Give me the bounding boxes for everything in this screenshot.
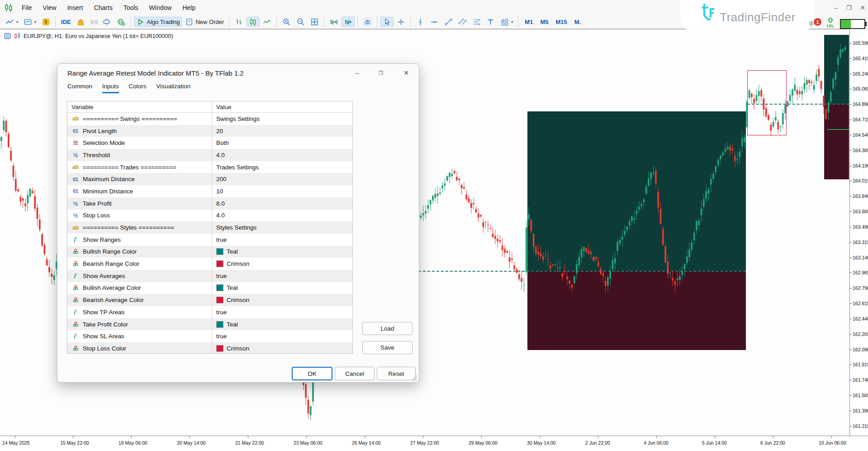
table-row[interactable]: ½Threshold4.0 [67,149,352,161]
tab-visualization[interactable]: Visualization [157,83,191,93]
market-bag-button[interactable] [74,17,87,27]
candles-chart-button[interactable] [247,17,260,27]
param-value[interactable]: 10 [216,188,223,195]
param-value[interactable]: 200 [216,176,227,182]
line-chart-button[interactable] [261,17,274,27]
ok-button[interactable]: OK [292,367,332,380]
timeframe-m-button[interactable]: M. [571,17,584,27]
table-row[interactable]: ab========== Styles ==========Styles Set… [67,221,352,234]
table-row[interactable]: ab========== Swings ==========Swings Set… [67,113,352,125]
window-restore-button[interactable]: ❐ [846,5,852,11]
table-row[interactable]: Show Averagestrue [67,270,352,282]
timeframe-m5-button[interactable]: M5 [537,17,551,27]
price-axis[interactable]: 165.590165.415165.240165.065164.890164.7… [849,29,868,436]
param-value[interactable]: Styles Settings [216,224,256,231]
signals-button[interactable]: ((o)) [88,17,100,27]
param-value[interactable]: Crimson [227,345,249,352]
equidistant-channel-button[interactable] [456,17,469,27]
cursor-arrow-button[interactable] [380,17,394,27]
table-row[interactable]: 01Minimum Distance10 [67,185,352,197]
table-row[interactable]: Show TP Areastrue [67,306,352,318]
shift-chart-left-button[interactable] [342,17,355,27]
param-value[interactable]: Teal [227,248,238,255]
table-row[interactable]: Bullish Range ColorTeal [67,246,352,258]
table-row[interactable]: ab========== Trades ==========Trades Set… [67,161,352,173]
param-value[interactable]: 4.0 [216,152,225,158]
table-row[interactable]: Bearish Range ColorCrimson [67,258,352,270]
table-row[interactable]: 01Maximum Distance200 [67,173,352,185]
new-order-button[interactable]: New Order [183,17,226,27]
menu-window[interactable]: Window [144,2,177,13]
load-button[interactable]: Load [362,322,413,335]
param-value[interactable]: Trades Settings [216,164,259,171]
menu-help[interactable]: Help [177,2,201,13]
tab-colors[interactable]: Colors [129,83,147,93]
ide-button[interactable]: IDE [59,17,73,27]
menu-tools[interactable]: Tools [118,2,144,13]
table-row[interactable]: 01Pivot Length20 [67,125,352,137]
chevron-down-icon[interactable]: ▾ [34,20,36,24]
notification-widget[interactable]: 1 [808,18,821,29]
vertical-line-button[interactable] [414,17,427,27]
dialog-close-button[interactable]: ✕ [399,67,413,78]
param-value[interactable]: 20 [216,128,223,134]
menu-view[interactable]: View [38,2,62,13]
vps-cloud-button[interactable] [100,17,114,27]
timeframe-m1-button[interactable]: M1 [522,17,536,27]
param-value[interactable]: true [216,236,227,243]
param-value[interactable]: 4.0 [216,212,225,219]
tab-inputs[interactable]: Inputs [102,83,119,93]
indicator-window-button[interactable]: ▾ [21,17,38,27]
timeframe-m15-button[interactable]: M15 [552,17,570,27]
table-row[interactable]: Take Profit ColorTeal [67,318,352,331]
param-value[interactable]: Swings Settings [216,115,260,122]
window-close-button[interactable]: ✕ [860,5,865,11]
table-row[interactable]: ½Take Profit8.0 [67,197,352,210]
tab-common[interactable]: Common [67,83,92,93]
table-row[interactable]: Show SL Areastrue [67,330,352,342]
dialog-resize-grip[interactable] [412,375,417,380]
dialog-restore-button[interactable]: ❐ [374,67,388,78]
param-value[interactable]: Crimson [227,297,249,303]
table-row[interactable]: Bearish Average ColorCrimson [67,294,352,306]
web-terminal-button[interactable] [114,17,128,27]
tile-windows-button[interactable] [308,17,321,27]
window-minimize-button[interactable]: – [835,5,838,11]
algo-play-button[interactable]: Algo Trading [134,17,182,27]
menu-file[interactable]: File [16,2,38,13]
param-value[interactable]: true [216,273,227,279]
table-row[interactable]: Selection ModeBoth [67,137,352,149]
chart-type-line-button[interactable]: ▾ [3,17,20,27]
zoom-out-button[interactable] [294,17,307,27]
dialog-minimize-button[interactable]: – [351,67,364,78]
param-value[interactable]: 8.0 [216,200,225,207]
text-tool-button[interactable] [484,17,497,27]
table-row[interactable]: ½Stop Loss4.0 [67,210,352,222]
screenshot-camera-button[interactable] [361,17,374,27]
param-value[interactable]: Teal [227,284,238,291]
param-value[interactable]: Both [216,139,229,146]
param-value[interactable]: Crimson [227,260,249,267]
time-axis[interactable]: 14 May 202515 May 22:0019 May 06:0020 Ma… [0,436,868,451]
param-value[interactable]: Teal [227,321,238,328]
save-button[interactable]: Save [362,341,413,354]
trendline-button[interactable] [442,17,455,27]
symbol-list-icon[interactable] [4,32,11,40]
reset-button[interactable]: Reset [377,367,416,380]
menu-insert[interactable]: Insert [62,2,89,13]
symbol-candle-icon[interactable] [14,32,21,40]
param-value[interactable]: true [216,333,227,340]
dollar-button[interactable]: $ [39,17,52,27]
table-row[interactable]: Stop Loss ColorCrimson [67,342,352,354]
crosshair-button[interactable] [394,17,408,27]
cancel-button[interactable]: Cancel [335,367,375,380]
inputs-table[interactable]: Variable Valueab========== Swings ======… [67,101,353,354]
shift-chart-end-button[interactable] [327,17,341,27]
chevron-down-icon[interactable]: ▾ [511,20,513,24]
horizontal-line-button[interactable] [428,17,441,27]
param-value[interactable]: true [216,309,227,316]
bars-chart-button[interactable] [232,17,246,27]
chevron-down-icon[interactable]: ▾ [16,20,18,24]
menu-charts[interactable]: Charts [89,2,118,13]
zoom-in-button[interactable] [280,17,293,27]
